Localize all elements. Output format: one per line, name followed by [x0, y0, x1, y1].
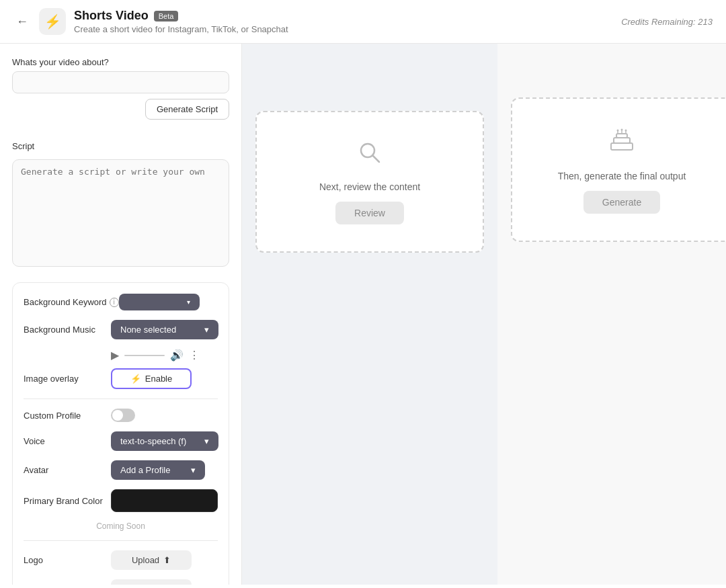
topic-input[interactable] [12, 71, 229, 93]
svg-rect-4 [616, 134, 627, 138]
background-music-row: Background Music None selected ▾ [24, 320, 218, 339]
brand-color-row: Primary Brand Color [24, 489, 218, 512]
search-icon [356, 139, 383, 172]
app-icon: ⚡ [39, 8, 66, 35]
divider2 [24, 540, 218, 541]
chevron-down-icon: ▾ [187, 298, 190, 306]
page-title: Shorts Video [74, 9, 149, 23]
avatar-label: Avatar [24, 465, 111, 475]
background-keyword-dropdown[interactable]: ▾ [119, 294, 200, 310]
custom-profile-label: Custom Profile [24, 411, 111, 421]
more-icon[interactable]: ⋮ [189, 349, 200, 362]
svg-point-8 [621, 129, 623, 131]
chevron-down-icon: ▾ [191, 465, 196, 475]
logo-upload-button[interactable]: Upload ⬆ [111, 550, 192, 570]
font-upload-button[interactable]: Upload ⬆ [111, 579, 192, 585]
voice-row: Voice text-to-speech (f) ▾ [24, 431, 218, 451]
chevron-down-icon: ▾ [204, 325, 209, 335]
script-section: Script [12, 141, 229, 269]
image-overlay-label: Image overlay [24, 374, 111, 384]
custom-profile-toggle[interactable] [111, 409, 135, 422]
svg-point-10 [625, 130, 627, 132]
upload-icon: ⬆ [163, 555, 171, 565]
primary-brand-color-label: Primary Brand Color [24, 496, 111, 506]
svg-line-1 [372, 155, 379, 162]
header-title-area: Shorts Video Beta Create a short video f… [74, 9, 288, 34]
logo-row: Logo Upload ⬆ [24, 550, 218, 570]
chevron-down-icon: ▾ [204, 436, 209, 446]
review-step-text: Next, review the content [319, 181, 420, 192]
image-overlay-enable-button[interactable]: ⚡ Enable [111, 368, 192, 389]
generate-card: Then, generate the final output Generate [511, 97, 726, 242]
header-subtitle: Create a short video for Instagram, TikT… [74, 24, 288, 34]
music-progress-bar [124, 355, 165, 356]
script-textarea[interactable] [12, 159, 229, 267]
image-overlay-row: Image overlay ⚡ Enable [24, 368, 218, 389]
svg-rect-3 [614, 138, 630, 143]
middle-panel: Next, review the content Review [242, 44, 497, 585]
background-keyword-label: Background Keyword i [24, 297, 119, 307]
topic-label: Whats your video about? [12, 57, 229, 67]
coming-soon-label: Coming Soon [24, 521, 218, 531]
divider [24, 398, 218, 399]
background-music-label: Background Music [24, 325, 111, 335]
volume-icon[interactable]: 🔊 [170, 349, 184, 362]
header: ← ⚡ Shorts Video Beta Create a short vid… [0, 0, 726, 44]
voice-label: Voice [24, 436, 111, 446]
beta-badge: Beta [154, 11, 179, 22]
header-title-row: Shorts Video Beta [74, 9, 288, 23]
brand-color-picker[interactable] [111, 489, 218, 512]
logo-label: Logo [24, 555, 111, 565]
right-panel: Then, generate the final output Generate [497, 44, 726, 585]
cake-icon [607, 126, 637, 161]
svg-point-6 [617, 130, 619, 132]
generate-step-text: Then, generate the final output [558, 171, 686, 181]
svg-rect-2 [611, 143, 633, 150]
music-controls: ▶ 🔊 ⋮ [111, 349, 218, 362]
generate-script-button[interactable]: Generate Script [145, 99, 229, 120]
topic-section: Whats your video about? Generate Script [12, 57, 229, 120]
background-music-dropdown[interactable]: None selected ▾ [111, 320, 218, 339]
add-profile-button[interactable]: Add a Profile ▾ [111, 460, 205, 480]
play-icon[interactable]: ▶ [111, 349, 119, 362]
avatar-row: Avatar Add a Profile ▾ [24, 460, 218, 480]
script-label: Script [12, 141, 229, 151]
font-label: Font [24, 584, 111, 585]
settings-section: Background Keyword i ▾ Background Music … [12, 282, 229, 585]
back-button[interactable]: ← [13, 12, 31, 32]
background-keyword-row: Background Keyword i ▾ [24, 294, 218, 310]
voice-dropdown[interactable]: text-to-speech (f) ▾ [111, 431, 218, 451]
background-keyword-info-icon[interactable]: i [110, 298, 119, 307]
main-layout: Whats your video about? Generate Script … [0, 44, 726, 585]
upload-icon: ⬆ [163, 584, 171, 585]
custom-profile-row: Custom Profile [24, 409, 218, 422]
credits-remaining: Credits Remaining: 213 [621, 17, 713, 27]
generate-button[interactable]: Generate [583, 191, 660, 214]
left-panel: Whats your video about? Generate Script … [0, 44, 242, 585]
lightning-icon: ⚡ [130, 374, 141, 384]
font-row: Font Upload ⬆ [24, 579, 218, 585]
review-button[interactable]: Review [335, 202, 404, 224]
review-card: Next, review the content Review [255, 111, 484, 253]
